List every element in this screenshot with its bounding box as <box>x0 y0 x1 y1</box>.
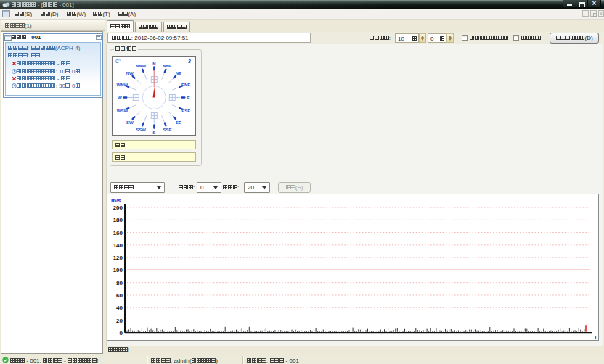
svg-text:NNW: NNW <box>136 64 147 68</box>
svg-text:ENE: ENE <box>181 83 190 87</box>
svg-text:SSW: SSW <box>136 128 146 132</box>
svg-text:WSW: WSW <box>117 109 128 113</box>
svg-text:C°: C° <box>115 59 121 64</box>
svg-text:E: E <box>187 96 190 100</box>
svg-text:NW: NW <box>126 71 134 75</box>
svg-text:SW: SW <box>126 120 134 125</box>
svg-text:NE: NE <box>176 71 181 75</box>
svg-text:W: W <box>118 96 122 100</box>
svg-text:WNW: WNW <box>117 83 128 87</box>
svg-text:ESE: ESE <box>181 109 190 113</box>
svg-text:3: 3 <box>188 59 191 64</box>
svg-text:T: T <box>594 334 597 340</box>
svg-text:SE: SE <box>176 120 181 125</box>
svg-text:S: S <box>152 131 155 135</box>
svg-text:N: N <box>152 62 155 66</box>
svg-text:NNE: NNE <box>163 64 172 68</box>
svg-text:SSE: SSE <box>163 128 171 132</box>
